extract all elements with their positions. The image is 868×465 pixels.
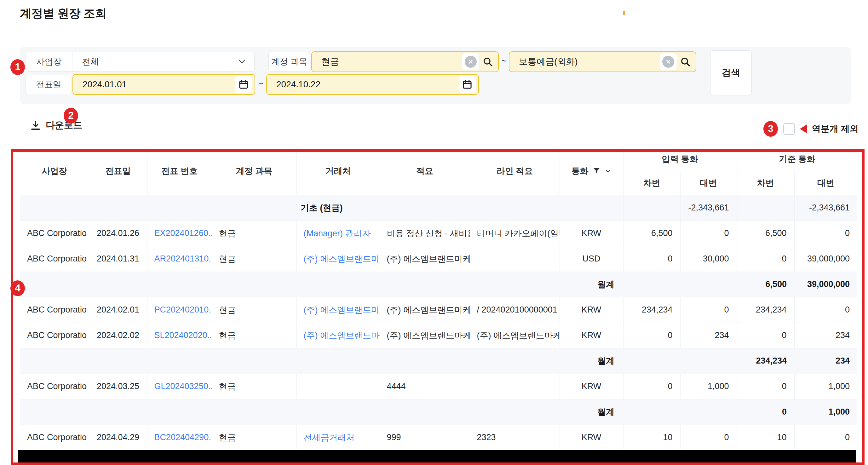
cell-workplace: ABC Corporatio xyxy=(20,220,89,246)
row-label: 월계 xyxy=(20,399,623,425)
cell-base-credit: 0 xyxy=(794,425,857,450)
cell-base-debit: 6,500 xyxy=(737,220,794,246)
annotation-marker-3: 3 xyxy=(764,121,778,137)
search-button[interactable]: 검색 xyxy=(710,51,752,95)
cell-line-description: 2323 xyxy=(470,425,560,450)
cell-input-debit: 0 xyxy=(623,322,680,348)
cell-description: (주) 에스엠브랜드마케... xyxy=(380,297,470,322)
cell-vendor: (주) 에스엠브랜드마... xyxy=(297,246,380,272)
voucher-link[interactable]: PC202402010... xyxy=(154,305,212,314)
chevron-down-icon[interactable] xyxy=(604,167,612,175)
voucher-link[interactable]: BC202404290... xyxy=(154,433,212,442)
cell-base-credit: -2,343,661 xyxy=(794,195,857,220)
table-row: ABC Corporatio2024.01.31AR202401310...현금… xyxy=(20,246,857,272)
account-from-input[interactable] xyxy=(312,57,462,67)
table-row: ABC Corporatio2024.02.01PC202402010...현금… xyxy=(20,297,857,322)
cell-input-credit: 0 xyxy=(680,297,737,322)
cell-voucher-no: SL202402020... xyxy=(147,322,212,348)
cell-voucher-date: 2024.01.31 xyxy=(89,246,147,272)
cell-input-debit xyxy=(623,272,680,297)
clear-icon: × xyxy=(465,56,477,68)
account-to-input[interactable] xyxy=(509,57,660,67)
filter-funnel-icon[interactable] xyxy=(592,167,601,175)
cell-input-credit: 0 xyxy=(680,425,737,450)
cell-base-credit: 0 xyxy=(794,220,857,246)
cell-currency: KRW xyxy=(560,220,623,246)
cell-vendor: 전세금거래처 xyxy=(297,425,380,450)
cell-description: (주) 에스엠브랜드마케... xyxy=(380,246,470,272)
header-account: 계정 과목 xyxy=(212,147,297,195)
cell-voucher-date: 2024.04.29 xyxy=(89,425,147,450)
cell-voucher-date: 2024.01.26 xyxy=(89,220,147,246)
range-separator: ~ xyxy=(502,56,507,66)
ledger-table: 사업장 전표일 전표 번호 계정 과목 거래처 적요 라인 적요 통화 xyxy=(20,147,857,451)
cell-currency: USD xyxy=(560,246,623,272)
voucher-link[interactable]: SL202402020... xyxy=(154,331,212,340)
download-icon xyxy=(30,120,41,131)
voucher-date-label: 전표일 xyxy=(26,75,72,94)
workplace-filter: 사업장 전체 xyxy=(26,52,255,71)
cell-workplace: ABC Corporatio xyxy=(20,322,89,348)
cell-line-description: 티머니 카카오페이(일반... xyxy=(470,220,560,246)
cell-vendor: (Manager) 관리자 xyxy=(297,220,380,246)
vendor-link[interactable]: (주) 에스엠브랜드마... xyxy=(304,254,380,264)
currency-header-label: 통화 xyxy=(571,165,589,177)
voucher-link[interactable]: EX202401260... xyxy=(154,228,212,238)
cell-account: 현금 xyxy=(212,322,297,348)
date-from-input[interactable] xyxy=(73,80,235,90)
cell-line-description xyxy=(470,246,560,272)
exclude-reversal-checkbox[interactable] xyxy=(783,123,795,135)
cell-vendor xyxy=(297,374,380,399)
ledger-table-body: 기초 (현금)-2,343,661-2,343,661ABC Corporati… xyxy=(20,195,857,450)
range-separator: ~ xyxy=(258,79,264,89)
cell-base-debit xyxy=(737,195,794,220)
cell-input-credit: 30,000 xyxy=(680,246,737,272)
clear-field-button[interactable]: × xyxy=(462,53,479,70)
header-vendor: 거래처 xyxy=(297,147,380,195)
cell-workplace: ABC Corporatio xyxy=(20,374,89,399)
search-icon[interactable] xyxy=(483,56,493,67)
cell-workplace: ABC Corporatio xyxy=(20,297,89,322)
table-row: ABC Corporatio2024.04.29BC202404290...현금… xyxy=(20,425,857,450)
cell-line-description xyxy=(470,374,560,399)
cell-base-debit: 0 xyxy=(737,322,794,348)
vendor-link[interactable]: (주) 에스엠브랜드마... xyxy=(304,305,380,315)
voucher-link[interactable]: AR202401310... xyxy=(154,254,212,264)
account-subject-label: 계정 과목 xyxy=(269,52,310,71)
voucher-link[interactable]: GL202403250... xyxy=(154,381,212,391)
header-base-currency-group: 기준 통화 xyxy=(737,147,857,171)
cell-base-credit: 39,000,000 xyxy=(794,272,857,297)
table-row: ABC Corporatio2024.02.02SL202402020...현금… xyxy=(20,322,857,348)
vendor-link[interactable]: (주) 에스엠브랜드마... xyxy=(304,331,380,340)
workplace-select[interactable]: 전체 xyxy=(72,52,254,71)
cell-input-credit: 1,000 xyxy=(680,374,737,399)
cell-voucher-date: 2024.02.02 xyxy=(89,322,147,348)
redaction-bar xyxy=(18,450,856,463)
clear-field-button[interactable]: × xyxy=(660,53,677,70)
date-to-input[interactable] xyxy=(267,80,459,90)
vendor-link[interactable]: 전세금거래처 xyxy=(304,433,355,442)
cell-account: 현금 xyxy=(212,246,297,272)
exclude-reversal-control: 역분개 제외 xyxy=(783,123,859,135)
calendar-icon[interactable] xyxy=(459,76,476,93)
cell-account: 현금 xyxy=(212,374,297,399)
calendar-icon[interactable] xyxy=(235,76,252,93)
row-label: 기초 (현금) xyxy=(20,195,623,220)
clear-icon: × xyxy=(662,56,674,68)
cell-voucher-no: PC202402010... xyxy=(147,297,212,322)
vendor-link[interactable]: (Manager) 관리자 xyxy=(304,229,371,238)
search-icon[interactable] xyxy=(680,56,691,67)
cell-input-debit: 10 xyxy=(623,425,680,450)
cell-base-credit: 1,000 xyxy=(794,374,857,399)
cell-base-credit: 234 xyxy=(794,322,857,348)
download-button[interactable]: 다운로드 xyxy=(30,119,82,132)
cell-voucher-no: AR202401310... xyxy=(147,246,212,272)
cell-line-description: (주) 에스엠브랜드마케... xyxy=(470,322,560,348)
cell-base-debit: 6,500 xyxy=(737,272,794,297)
cell-line-description: / 2024020100000001 xyxy=(470,297,560,322)
table-row: ABC Corporatio2024.01.26EX202401260...현금… xyxy=(20,220,857,246)
cell-workplace: ABC Corporatio xyxy=(20,246,89,272)
cell-account: 현금 xyxy=(212,425,297,450)
cell-base-debit: 10 xyxy=(737,425,794,450)
cell-base-debit: 234,234 xyxy=(737,297,794,322)
